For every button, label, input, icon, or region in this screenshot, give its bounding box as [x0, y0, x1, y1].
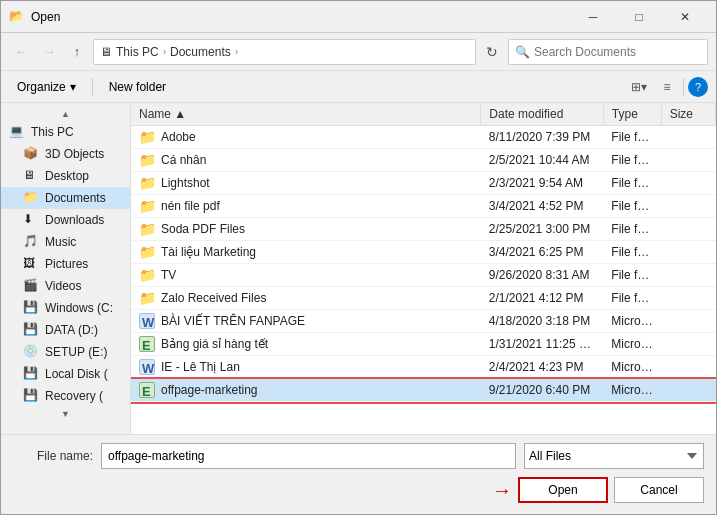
- file-name-cell: 📁Cá nhân: [131, 149, 391, 171]
- nav-label-documents: Documents: [45, 191, 106, 205]
- file-date-cell: 2/25/2021 3:00 PM: [481, 218, 604, 241]
- file-date-cell: 3/4/2021 6:25 PM: [481, 241, 604, 264]
- sidebar-item-desktop[interactable]: 🖥Desktop: [1, 165, 130, 187]
- help-button[interactable]: ?: [688, 77, 708, 97]
- maximize-button[interactable]: □: [616, 1, 662, 33]
- table-row[interactable]: 📁Lightshot2/3/2021 9:54 AMFile folder: [131, 172, 716, 195]
- nav-icon-pictures: 🖼: [23, 256, 39, 272]
- file-list[interactable]: Name ▲ Date modified Type Size 📁Adobe8/1…: [131, 103, 716, 434]
- table-row[interactable]: WIE - Lê Thị Lan2/4/2021 4:23 PMMicrosof…: [131, 356, 716, 379]
- view-detail-button[interactable]: ≡: [655, 75, 679, 99]
- file-name-cell: WIE - Lê Thị Lan: [131, 356, 391, 378]
- col-type-header[interactable]: Type: [603, 103, 661, 126]
- breadcrumb[interactable]: 🖥 This PC › Documents ›: [93, 39, 476, 65]
- nav-scroll-up[interactable]: ▲: [1, 107, 130, 121]
- arrow-icon: →: [492, 479, 512, 502]
- view-grid-button[interactable]: ⊞▾: [627, 75, 651, 99]
- file-name-cell: 📁Soda PDF Files: [131, 218, 391, 240]
- nav-label-recovery: Recovery (: [45, 389, 103, 403]
- cancel-button[interactable]: Cancel: [614, 477, 704, 503]
- sidebar-item-videos[interactable]: 🎬Videos: [1, 275, 130, 297]
- file-size-cell: [661, 264, 715, 287]
- file-name: Cá nhân: [161, 153, 206, 167]
- file-size-cell: [661, 241, 715, 264]
- folder-icon: 📁: [139, 175, 155, 191]
- nav-icon-desktop: 🖥: [23, 168, 39, 184]
- new-folder-button[interactable]: New folder: [101, 75, 174, 99]
- file-size-cell: [661, 149, 715, 172]
- file-type-cell: Microsoft Word D...: [603, 356, 661, 379]
- close-button[interactable]: ✕: [662, 1, 708, 33]
- word-icon: W: [139, 313, 155, 329]
- file-date-cell: 4/18/2020 3:18 PM: [481, 310, 604, 333]
- sidebar-item-recovery[interactable]: 💾Recovery (: [1, 385, 130, 407]
- nav-scroll-down[interactable]: ▼: [1, 407, 130, 421]
- table-row[interactable]: 📁Zalo Received Files2/1/2021 4:12 PMFile…: [131, 287, 716, 310]
- file-name-cell: 📁Tài liệu Marketing: [131, 241, 391, 263]
- new-folder-label: New folder: [109, 80, 166, 94]
- table-row[interactable]: EBảng giá sỉ hàng tết1/31/2021 11:25 PMM…: [131, 333, 716, 356]
- col-name-header[interactable]: Name ▲: [131, 103, 481, 126]
- table-row[interactable]: 📁nén file pdf3/4/2021 4:52 PMFile folder: [131, 195, 716, 218]
- file-list-body: 📁Adobe8/11/2020 7:39 PMFile folder📁Cá nh…: [131, 126, 716, 402]
- back-button[interactable]: ←: [9, 40, 33, 64]
- sidebar-item-downloads[interactable]: ⬇Downloads: [1, 209, 130, 231]
- nav-label-videos: Videos: [45, 279, 81, 293]
- file-size-cell: [661, 218, 715, 241]
- toolbar-separator2: [683, 78, 684, 96]
- file-type-cell: File folder: [603, 126, 661, 149]
- table-row[interactable]: WBÀI VIẾT TRÊN FANPAGE4/18/2020 3:18 PMM…: [131, 310, 716, 333]
- folder-icon: 📁: [139, 198, 155, 214]
- file-type-cell: Microsoft Word D...: [603, 310, 661, 333]
- file-table: Name ▲ Date modified Type Size 📁Adobe8/1…: [131, 103, 716, 402]
- nav-label-data-d: DATA (D:): [45, 323, 98, 337]
- filetype-select[interactable]: All FilesExcel FilesWord FilesPDF Files: [524, 443, 704, 469]
- nav-label-desktop: Desktop: [45, 169, 89, 183]
- filename-row: File name: All FilesExcel FilesWord File…: [13, 443, 704, 469]
- sidebar-item-music[interactable]: 🎵Music: [1, 231, 130, 253]
- minimize-button[interactable]: ─: [570, 1, 616, 33]
- search-input[interactable]: [534, 45, 701, 59]
- table-row[interactable]: 📁Tài liệu Marketing3/4/2021 6:25 PMFile …: [131, 241, 716, 264]
- sidebar-item-local-disk[interactable]: 💾Local Disk (: [1, 363, 130, 385]
- file-size-cell: [661, 172, 715, 195]
- col-date-header[interactable]: Date modified: [481, 103, 604, 126]
- search-box[interactable]: 🔍: [508, 39, 708, 65]
- folder-icon: 📁: [139, 129, 155, 145]
- file-date-cell: 2/1/2021 4:12 PM: [481, 287, 604, 310]
- table-row[interactable]: 📁Adobe8/11/2020 7:39 PMFile folder: [131, 126, 716, 149]
- sidebar-item-3d-objects[interactable]: 📦3D Objects: [1, 143, 130, 165]
- file-date-cell: 9/26/2020 8:31 AM: [481, 264, 604, 287]
- file-date-cell: 2/3/2021 9:54 AM: [481, 172, 604, 195]
- up-button[interactable]: ↑: [65, 40, 89, 64]
- sidebar-item-pictures[interactable]: 🖼Pictures: [1, 253, 130, 275]
- file-size-cell: [661, 195, 715, 218]
- table-row[interactable]: 📁TV9/26/2020 8:31 AMFile folder: [131, 264, 716, 287]
- table-header: Name ▲ Date modified Type Size: [131, 103, 716, 126]
- forward-button[interactable]: →: [37, 40, 61, 64]
- sidebar-item-setup-e[interactable]: 💿SETUP (E:): [1, 341, 130, 363]
- file-name: BÀI VIẾT TRÊN FANPAGE: [161, 314, 305, 328]
- filename-label: File name:: [13, 449, 93, 463]
- file-name: Bảng giá sỉ hàng tết: [161, 337, 268, 351]
- sidebar-item-this-pc[interactable]: 💻This PC: [1, 121, 130, 143]
- table-row[interactable]: 📁Cá nhân2/5/2021 10:44 AMFile folder: [131, 149, 716, 172]
- table-row[interactable]: 📁Soda PDF Files2/25/2021 3:00 PMFile fol…: [131, 218, 716, 241]
- table-row[interactable]: Eoffpage-marketing9/21/2020 6:40 PMMicro…: [131, 379, 716, 402]
- nav-label-pictures: Pictures: [45, 257, 88, 271]
- organize-arrow: ▾: [70, 80, 76, 94]
- file-date-cell: 1/31/2021 11:25 PM: [481, 333, 604, 356]
- nav-label-3d-objects: 3D Objects: [45, 147, 104, 161]
- sidebar-item-windows-c[interactable]: 💾Windows (C:: [1, 297, 130, 319]
- sidebar-item-documents[interactable]: 📁Documents: [1, 187, 130, 209]
- organize-button[interactable]: Organize ▾: [9, 75, 84, 99]
- col-size-header[interactable]: Size: [661, 103, 715, 126]
- folder-icon: 📁: [139, 244, 155, 260]
- refresh-button[interactable]: ↻: [480, 40, 504, 64]
- sidebar-item-data-d[interactable]: 💾DATA (D:): [1, 319, 130, 341]
- filename-input[interactable]: [101, 443, 516, 469]
- file-name: TV: [161, 268, 176, 282]
- nav-label-setup-e: SETUP (E:): [45, 345, 107, 359]
- breadcrumb-icon: 🖥: [100, 45, 112, 59]
- open-button[interactable]: Open: [518, 477, 608, 503]
